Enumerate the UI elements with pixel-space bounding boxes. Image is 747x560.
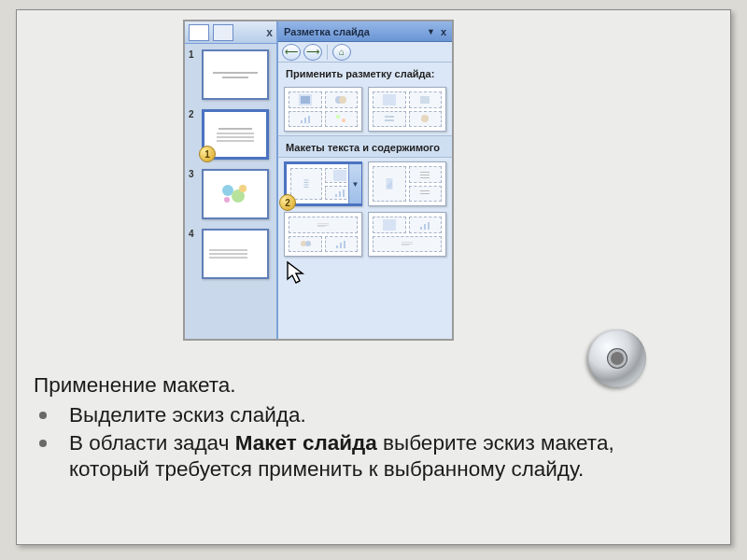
- svg-rect-37: [420, 190, 430, 191]
- outline-tab[interactable]: [189, 24, 209, 41]
- slides-tab[interactable]: [213, 24, 233, 41]
- svg-rect-47: [383, 219, 396, 231]
- svg-rect-48: [420, 227, 422, 230]
- layout-grid-text-content: ▼ 2: [278, 158, 452, 260]
- svg-point-21: [421, 115, 429, 122]
- taskpane-section-label: Макеты текста и содержимого: [278, 135, 452, 158]
- svg-rect-31: [420, 175, 430, 175]
- taskpane-dropdown-icon[interactable]: ▼: [427, 27, 435, 36]
- slide-layout-taskpane: Разметка слайда ▼ x ⟵ ⟶ ⌂ Применить разм…: [278, 21, 452, 339]
- layout-option[interactable]: [368, 161, 446, 206]
- svg-rect-20: [385, 119, 394, 121]
- thumbnail-preview: [202, 49, 269, 100]
- nav-divider: [327, 45, 328, 60]
- svg-rect-36: [390, 181, 391, 189]
- body-title: Применение макета.: [34, 372, 674, 399]
- layout-option-selected[interactable]: ▼ 2: [284, 161, 362, 206]
- home-icon: ⌂: [339, 47, 345, 57]
- svg-rect-46: [344, 241, 345, 248]
- taskpane-close-icon[interactable]: x: [441, 26, 446, 37]
- slide-thumbnails-pane: x 1 2 1 3: [185, 21, 278, 339]
- bullet-text-bold: Макет слайда: [235, 431, 377, 455]
- svg-point-7: [224, 197, 230, 203]
- svg-rect-25: [303, 187, 308, 188]
- powerpoint-window: x 1 2 1 3: [183, 20, 454, 341]
- layout-option[interactable]: [368, 212, 446, 257]
- taskpane-header: Разметка слайда ▼ x: [278, 21, 452, 42]
- callout-badge-2: 2: [279, 194, 296, 211]
- svg-rect-38: [420, 193, 430, 194]
- thumbnail-preview: [202, 169, 269, 219]
- svg-rect-22: [303, 180, 308, 181]
- thumbnail-tabs: x: [185, 21, 276, 44]
- taskpane-nav: ⟵ ⟶ ⌂: [278, 42, 452, 63]
- svg-rect-35: [388, 183, 389, 189]
- thumbnails-close-icon[interactable]: x: [266, 26, 273, 39]
- svg-point-4: [222, 185, 233, 196]
- thumbnail-number: 1: [189, 49, 198, 100]
- bullet-item-1: Выделите эскиз слайда.: [34, 402, 674, 428]
- thumbnail-number: 4: [189, 229, 198, 279]
- svg-rect-14: [308, 116, 310, 123]
- taskpane-title: Разметка слайда: [284, 26, 370, 37]
- svg-rect-18: [420, 96, 430, 104]
- nav-home-button[interactable]: ⌂: [332, 44, 351, 61]
- svg-rect-30: [420, 172, 430, 173]
- svg-point-6: [239, 185, 247, 192]
- thumbnail-preview: 1: [202, 109, 269, 160]
- svg-point-43: [305, 241, 311, 246]
- slide-body-text: Применение макета. Выделите эскиз слайда…: [34, 372, 674, 483]
- svg-rect-17: [383, 94, 396, 105]
- svg-rect-19: [385, 116, 394, 118]
- svg-rect-50: [428, 222, 430, 230]
- thumbnail-list: 1 2 1 3: [185, 44, 276, 339]
- svg-rect-26: [333, 170, 346, 181]
- layout-option[interactable]: [284, 212, 362, 257]
- thumbnail-3[interactable]: 3: [189, 169, 273, 219]
- slide-frame: x 1 2 1 3: [16, 9, 731, 545]
- taskpane-subheader: Применить разметку слайда:: [278, 63, 452, 83]
- thumbnail-1[interactable]: 1: [189, 49, 273, 100]
- svg-rect-32: [420, 177, 430, 178]
- svg-rect-27: [335, 194, 337, 197]
- bullet-text-a: В области задач: [69, 431, 235, 455]
- nav-forward-button[interactable]: ⟶: [303, 44, 322, 61]
- svg-rect-23: [303, 182, 308, 183]
- layout-option[interactable]: [284, 87, 362, 132]
- svg-rect-9: [301, 96, 310, 104]
- svg-point-15: [336, 115, 340, 119]
- svg-rect-13: [304, 118, 306, 123]
- forward-icon: ⟶: [306, 47, 319, 57]
- svg-rect-45: [340, 243, 342, 248]
- thumbnail-2[interactable]: 2 1: [189, 109, 273, 160]
- svg-rect-34: [387, 185, 388, 189]
- svg-rect-44: [336, 245, 338, 248]
- layout-dropdown-handle[interactable]: ▼: [348, 164, 361, 203]
- svg-rect-28: [339, 191, 341, 197]
- thumbnail-4[interactable]: 4: [189, 229, 273, 279]
- layout-grid-content: [278, 83, 452, 135]
- thumbnail-number: 3: [189, 169, 198, 219]
- thumbnail-number: 2: [189, 109, 198, 160]
- svg-rect-24: [303, 185, 308, 186]
- svg-point-16: [342, 119, 345, 122]
- bullet-text: Выделите эскиз слайда.: [69, 403, 306, 427]
- back-icon: ⟵: [285, 47, 298, 57]
- callout-badge-1: 1: [199, 146, 216, 162]
- svg-rect-29: [343, 189, 345, 197]
- svg-rect-49: [424, 224, 426, 230]
- bullet-item-2: В области задач Макет слайда выберите эс…: [34, 430, 674, 483]
- svg-rect-12: [301, 120, 303, 123]
- layout-option[interactable]: [368, 87, 446, 132]
- thumbnail-preview: [202, 229, 269, 279]
- svg-point-11: [339, 96, 346, 104]
- nav-back-button[interactable]: ⟵: [282, 44, 301, 61]
